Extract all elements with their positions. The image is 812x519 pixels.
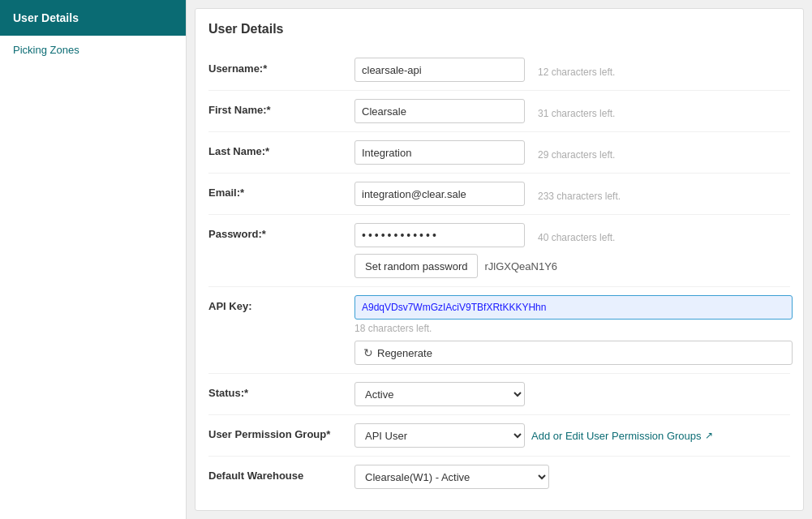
sidebar-header: User Details: [0, 0, 186, 36]
panel-title: User Details: [208, 22, 790, 36]
password-control: 40 characters left. Set random password …: [354, 223, 790, 278]
last-name-chars-left: 29 characters left.: [538, 144, 615, 161]
last-name-label: Last Name:*: [208, 140, 354, 157]
random-password-value: rJlGXQeaN1Y6: [484, 260, 557, 272]
add-edit-permission-groups-label: Add or Edit User Permission Groups: [531, 430, 702, 442]
status-select[interactable]: Active Inactive: [354, 382, 525, 406]
last-name-input[interactable]: [354, 140, 525, 165]
sidebar: User Details Picking Zones: [0, 0, 187, 519]
add-edit-permission-groups-link[interactable]: Add or Edit User Permission Groups ↗: [531, 430, 713, 442]
username-chars-left: 12 characters left.: [538, 62, 615, 78]
password-chars-left: 40 characters left.: [538, 227, 615, 243]
status-label: Status:*: [208, 382, 354, 399]
email-chars-left: 233 characters left.: [538, 186, 621, 202]
first-name-input[interactable]: [354, 99, 525, 123]
first-name-control: 31 characters left.: [354, 99, 790, 123]
default-warehouse-select[interactable]: Clearsale(W1) - Active: [354, 465, 549, 489]
first-name-label: First Name:*: [208, 99, 354, 116]
permission-group-row: User Permission Group* API User Add or E…: [208, 415, 790, 457]
api-key-chars-left: 18 characters left.: [354, 323, 793, 334]
first-name-chars-left: 31 characters left.: [538, 103, 615, 119]
api-key-control: 18 characters left. ↻ Regenerate: [354, 295, 793, 365]
api-key-input[interactable]: [354, 295, 793, 320]
email-control: 233 characters left.: [354, 182, 790, 206]
permission-group-control: API User Add or Edit User Permission Gro…: [354, 423, 790, 448]
api-key-label: API Key:: [208, 295, 354, 312]
username-control: 12 characters left.: [354, 58, 790, 82]
status-control: Active Inactive: [354, 382, 790, 406]
username-label: Username:*: [208, 58, 354, 75]
username-row: Username:* 12 characters left.: [208, 49, 790, 91]
username-input[interactable]: [354, 58, 525, 82]
status-row: Status:* Active Inactive: [208, 374, 790, 415]
api-key-row: API Key: 18 characters left. ↻ Regenerat…: [208, 287, 790, 374]
password-input[interactable]: [354, 223, 525, 247]
regenerate-label: Regenerate: [377, 347, 432, 359]
first-name-row: First Name:* 31 characters left.: [208, 91, 790, 132]
email-input[interactable]: [354, 182, 525, 206]
last-name-control: 29 characters left.: [354, 140, 790, 165]
main-content: User Details Username:* 12 characters le…: [187, 0, 812, 519]
password-label: Password:*: [208, 223, 354, 240]
default-warehouse-row: Default Warehouse Clearsale(W1) - Active: [208, 457, 790, 497]
sidebar-item-picking-zones[interactable]: Picking Zones: [0, 36, 186, 64]
set-random-password-button[interactable]: Set random password: [354, 254, 478, 278]
default-warehouse-control: Clearsale(W1) - Active: [354, 465, 790, 489]
permission-group-select[interactable]: API User: [354, 423, 525, 448]
permission-group-label: User Permission Group*: [208, 423, 354, 440]
user-details-panel: User Details Username:* 12 characters le…: [195, 8, 804, 511]
email-row: Email:* 233 characters left.: [208, 174, 790, 215]
regenerate-button[interactable]: ↻ Regenerate: [354, 341, 793, 365]
password-row: Password:* 40 characters left. Set rando…: [208, 215, 790, 287]
last-name-row: Last Name:* 29 characters left.: [208, 132, 790, 174]
email-label: Email:*: [208, 182, 354, 199]
external-link-icon: ↗: [705, 430, 713, 441]
regen-icon: ↻: [363, 346, 373, 359]
default-warehouse-label: Default Warehouse: [208, 465, 354, 482]
